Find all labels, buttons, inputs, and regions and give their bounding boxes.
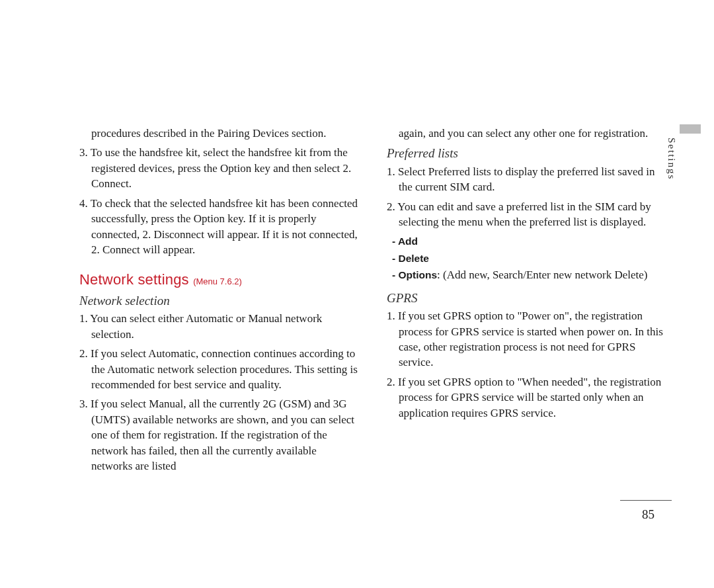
section-heading-network-settings: Network settings (Menu 7.6.2) <box>79 270 360 290</box>
page-number-rule <box>620 500 672 501</box>
bullet-add: - Add <box>387 233 668 249</box>
bold-label: - Add <box>392 235 418 247</box>
list-item: 4. To check that the selected handsfree … <box>79 196 360 258</box>
gprs-list: 1. If you set GPRS option to "Power on",… <box>387 308 668 421</box>
left-column: procedures described in the Pairing Devi… <box>79 126 360 478</box>
subheading-gprs: GPRS <box>387 290 668 307</box>
list-item: 3. To use the handsfree kit, select the … <box>79 145 360 191</box>
two-column-layout: procedures described in the Pairing Devi… <box>79 126 668 478</box>
manual-page: Settings procedures described in the Pai… <box>0 0 714 588</box>
continued-procedure-list: procedures described in the Pairing Devi… <box>79 126 360 258</box>
list-item: 1. You can select either Automatic or Ma… <box>79 311 360 342</box>
section-title-text: Network settings <box>79 271 189 288</box>
list-item: 2. You can edit and save a preferred lis… <box>387 199 668 230</box>
subheading-preferred-lists: Preferred lists <box>387 145 668 162</box>
list-item: 1. Select Preferred lists to display the… <box>387 164 668 195</box>
list-item: 2. If you set GPRS option to "When neede… <box>387 374 668 421</box>
bullet-options: - Options: (Add new, Search/Enter new ne… <box>387 267 668 282</box>
bold-label: - Options <box>392 269 437 280</box>
list-item: 3. If you select Manual, all the current… <box>79 396 360 474</box>
bold-label: - Delete <box>392 253 429 264</box>
continuation-text: again, and you can select any other one … <box>387 126 668 141</box>
bullet-delete: - Delete <box>387 251 668 266</box>
list-item: procedures described in the Pairing Devi… <box>79 126 360 141</box>
list-item: 2. If you select Automatic, connection c… <box>79 346 360 392</box>
subheading-network-selection: Network selection <box>79 292 360 310</box>
list-item: 1. If you set GPRS option to "Power on",… <box>387 308 668 370</box>
right-column: again, and you can select any other one … <box>387 126 668 478</box>
side-tab-mark <box>680 124 701 134</box>
preferred-lists-list: 1. Select Preferred lists to display the… <box>387 164 668 230</box>
menu-reference: (Menu 7.6.2) <box>193 276 242 286</box>
page-number: 85 <box>642 507 654 522</box>
network-selection-list: 1. You can select either Automatic or Ma… <box>79 311 360 474</box>
options-description: : (Add new, Search/Enter new network Del… <box>437 269 647 281</box>
